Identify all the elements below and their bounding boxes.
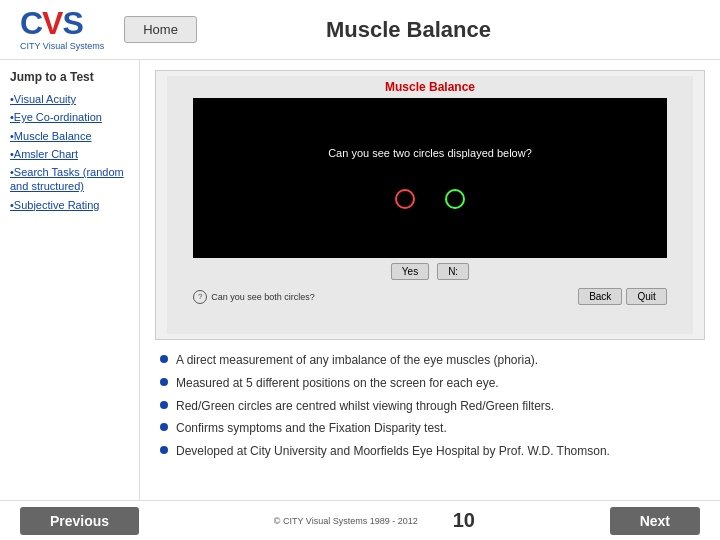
logo-c: C — [20, 5, 42, 41]
info-icon: ? — [193, 290, 207, 304]
bullet-dot-1 — [160, 355, 168, 363]
logo-tagline: CITY Visual Systems — [20, 41, 104, 52]
logo-area: CVS CITY Visual Systems — [20, 7, 104, 52]
screenshot-black-area: Can you see two circles displayed below? — [193, 98, 666, 258]
bullet-item-2: Measured at 5 different positions on the… — [160, 375, 700, 392]
bullet-text-1: A direct measurement of any imbalance of… — [176, 352, 538, 369]
home-button[interactable]: Home — [124, 16, 197, 43]
bullet-dot-2 — [160, 378, 168, 386]
screenshot-yes-button[interactable]: Yes — [391, 263, 429, 280]
footer-nav: Previous © CITY Visual Systems 1989 - 20… — [0, 500, 720, 540]
screenshot-container: Muscle Balance Can you see two circles d… — [155, 70, 705, 340]
logo-cvs: CVS — [20, 7, 104, 39]
copyright-text: © CITY Visual Systems 1989 - 2012 — [274, 516, 418, 526]
sidebar-item-amsler-chart[interactable]: •Amsler Chart — [10, 147, 129, 161]
screenshot-circles — [395, 189, 465, 209]
bullet-dot-4 — [160, 423, 168, 431]
screenshot-inner: Muscle Balance Can you see two circles d… — [167, 76, 693, 333]
sidebar-item-muscle-balance[interactable]: •Muscle Balance — [10, 129, 129, 143]
back-button[interactable]: Back — [578, 288, 622, 305]
footer-middle: © CITY Visual Systems 1989 - 2012 10 — [274, 509, 475, 532]
bullet-dot-3 — [160, 401, 168, 409]
footer-copyright: © CITY Visual Systems 1989 - 2012 — [274, 516, 418, 526]
bullet-item-3: Red/Green circles are centred whilst vie… — [160, 398, 700, 415]
bullet-item-4: Confirms symptoms and the Fixation Dispa… — [160, 420, 700, 437]
previous-button[interactable]: Previous — [20, 507, 139, 535]
page-number: 10 — [453, 509, 475, 532]
sidebar-item-eye-coordination[interactable]: •Eye Co-ordination — [10, 110, 129, 124]
sidebar-title: Jump to a Test — [10, 70, 129, 84]
bullet-text-3: Red/Green circles are centred whilst vie… — [176, 398, 554, 415]
logo-v: V — [42, 5, 62, 41]
page-title: Muscle Balance — [197, 17, 620, 43]
screenshot-footer: ? Can you see both circles? Back Quit — [193, 285, 666, 308]
sidebar-item-visual-acuity[interactable]: •Visual Acuity — [10, 92, 129, 106]
screenshot-footer-text: Can you see both circles? — [211, 292, 315, 302]
sidebar-item-subjective-rating[interactable]: •Subjective Rating — [10, 198, 129, 212]
screenshot-title: Muscle Balance — [167, 76, 693, 98]
screenshot-footer-left: ? Can you see both circles? — [193, 290, 315, 304]
screenshot-footer-right: Back Quit — [578, 288, 667, 305]
logo-block: CVS CITY Visual Systems — [20, 7, 104, 52]
screenshot-bottom-bar: Yes N: — [193, 258, 666, 285]
bullet-text-5: Developed at City University and Moorfie… — [176, 443, 610, 460]
header: CVS CITY Visual Systems Home Muscle Bala… — [0, 0, 720, 60]
screenshot-question: Can you see two circles displayed below? — [328, 147, 532, 159]
bullet-text-4: Confirms symptoms and the Fixation Dispa… — [176, 420, 447, 437]
sidebar-nav: •Visual Acuity •Eye Co-ordination •Muscl… — [10, 92, 129, 212]
quit-button[interactable]: Quit — [626, 288, 666, 305]
bullet-item-1: A direct measurement of any imbalance of… — [160, 352, 700, 369]
bullet-dot-5 — [160, 446, 168, 454]
main-content: Jump to a Test •Visual Acuity •Eye Co-or… — [0, 60, 720, 540]
logo-s: S — [62, 5, 82, 41]
sidebar-item-search-tasks[interactable]: •Search Tasks (random and structured) — [10, 165, 129, 194]
circle-green — [445, 189, 465, 209]
circle-red — [395, 189, 415, 209]
screenshot-no-button[interactable]: N: — [437, 263, 469, 280]
content-area: Muscle Balance Can you see two circles d… — [140, 60, 720, 540]
bullet-item-5: Developed at City University and Moorfie… — [160, 443, 700, 460]
bullet-text-2: Measured at 5 different positions on the… — [176, 375, 499, 392]
sidebar: Jump to a Test •Visual Acuity •Eye Co-or… — [0, 60, 140, 540]
next-button[interactable]: Next — [610, 507, 700, 535]
